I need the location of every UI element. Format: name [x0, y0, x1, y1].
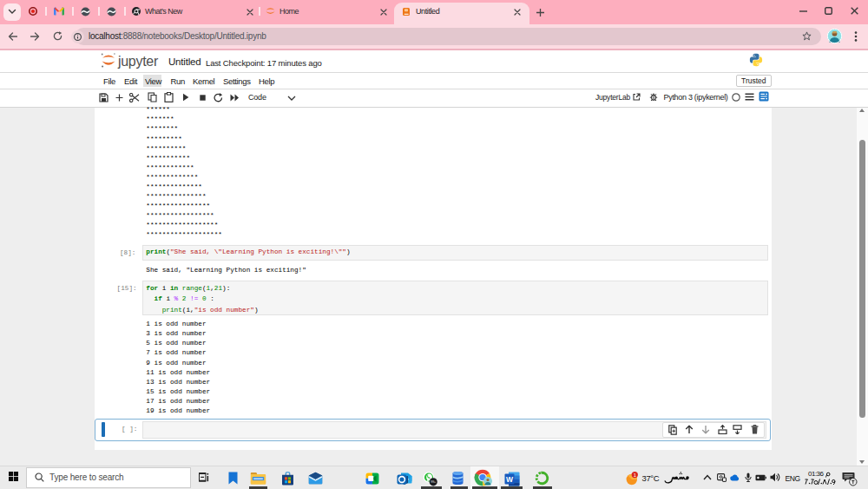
svg-text:W: W — [506, 475, 514, 484]
svg-text:1: 1 — [633, 472, 635, 477]
svg-text:99+: 99+ — [431, 480, 436, 484]
